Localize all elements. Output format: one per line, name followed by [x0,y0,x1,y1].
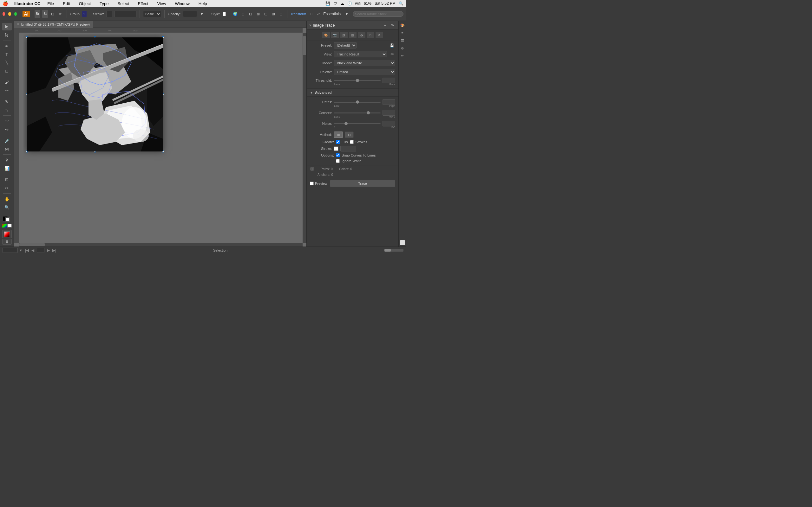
workspace-arrow[interactable]: ▼ [343,10,351,18]
artboard[interactable] [27,38,163,152]
brushes-panel-btn[interactable]: ✏ [399,53,406,59]
eyedropper-tool[interactable]: 💉 [2,137,12,145]
type-tool[interactable]: T [2,51,12,58]
tab-close-btn[interactable]: × [17,22,19,26]
transform-icon[interactable]: ? [82,11,87,17]
strokes-checkbox[interactable] [350,140,354,144]
earth-icon[interactable]: 🌍 [233,10,238,18]
scale-tool[interactable]: ⤡ [2,106,12,114]
info-icon[interactable]: i [310,167,314,171]
draw-mode-box[interactable]: ☵ [2,239,12,245]
scrollbar-horizontal[interactable] [19,243,303,246]
direct-selection-tool[interactable] [2,31,12,39]
outline-btn[interactable]: □ [366,32,374,39]
transform-label[interactable]: Transform [291,12,306,16]
menu-file[interactable]: File [45,1,56,7]
pen-tool[interactable]: ✒ [2,42,12,50]
method-abutting-btn[interactable]: ⊞ [334,131,343,138]
selection-tool[interactable] [2,23,12,31]
style-color-box[interactable] [223,12,226,16]
advanced-section-header[interactable]: ▼ Advanced [307,89,398,97]
grayscale-btn[interactable]: ▧ [349,32,357,39]
symbol-sprayer-tool[interactable]: ※ [2,156,12,164]
menu-help[interactable]: Help [197,1,209,7]
preset-save-btn[interactable]: 💾 [389,42,395,49]
nav-next-end-btn[interactable]: ▶| [52,248,56,252]
zoom-arrow[interactable]: ▼ [19,248,22,252]
preset-select[interactable]: [Default] [334,42,357,49]
panel-close-btn[interactable]: × [309,23,311,27]
draw-mode-btn[interactable]: ✏ [57,10,63,18]
menu-object[interactable]: Object [77,1,93,7]
pencil-tool[interactable]: ✏ [2,87,12,95]
symbols-panel-btn[interactable]: ⊙ [399,45,406,51]
ignore-white-checkbox[interactable] [336,159,340,163]
antivirus-icon[interactable]: 🛡 [334,1,337,6]
nav-prev-btn[interactable]: ◀ [32,248,34,252]
reset-btn[interactable]: ↺ [375,32,384,39]
expand-icon[interactable]: ⤢ [316,10,321,18]
canvas-viewport[interactable]: 100 200 300 400 500 [14,28,306,246]
properties-panel-btn[interactable]: ☰ [399,38,406,44]
status-scrollbar-h[interactable] [385,249,403,251]
stroke-color-btn[interactable] [334,147,339,151]
menu-window[interactable]: Window [173,1,192,7]
bw-btn[interactable]: ◑ [357,32,366,39]
brush-select[interactable]: Basic [143,11,161,17]
hand-tool[interactable]: ✋ [2,195,12,203]
color-mode-btn[interactable] [2,224,7,228]
snap-curves-checkbox[interactable] [336,153,340,157]
nav-prev-start-btn[interactable]: |◀ [25,248,29,252]
color-boxes[interactable] [2,215,12,222]
align3-icon[interactable]: ⊟ [278,10,284,18]
nav-next-btn[interactable]: ▶ [47,248,50,252]
align-right-icon[interactable]: ⊠ [255,10,261,18]
view-select[interactable]: Tracing Result [334,51,387,57]
color-panel-btn[interactable]: 🎨 [399,22,406,29]
opacity-arrow[interactable]: ▼ [199,10,205,18]
arrange-btn[interactable]: ⊟ [50,10,55,18]
high-color-btn[interactable]: 📷 [331,32,339,39]
menu-type[interactable]: Type [98,1,110,7]
panel-expand-btn[interactable]: ≫ [390,22,396,29]
noise-slider[interactable] [334,123,380,124]
dropbox-icon[interactable]: 💾 [325,1,330,6]
panel-menu-btn[interactable]: ≡ [382,22,388,29]
stock-btn[interactable]: St [42,10,48,18]
low-color-btn[interactable]: 🖼 [340,32,348,39]
stroke-box[interactable] [5,217,10,222]
column-graph-tool[interactable]: 📊 [2,165,12,172]
page-input[interactable]: 1 [37,248,44,253]
paintbrush-tool[interactable]: 🖌 [2,78,12,86]
warp-tool[interactable]: 〰 [2,117,12,125]
line-tool[interactable]: ╲ [2,59,12,66]
layers-panel-btn[interactable]: ≡ [399,30,406,36]
mode-select[interactable]: Black and White [334,60,395,66]
warp-icon[interactable]: ⊓ [308,10,314,18]
adobe-stock-search[interactable] [353,11,403,17]
menu-effect[interactable]: Effect [136,1,150,7]
paths-slider[interactable] [334,102,380,103]
align-center-icon[interactable]: ⊡ [248,10,253,18]
preview-checkbox[interactable] [310,181,314,185]
zoom-input[interactable]: 55.17% [3,248,18,253]
view-toggle-btn[interactable]: 👁 [389,51,395,57]
corners-slider[interactable] [334,112,380,113]
minimize-window-btn[interactable] [8,12,11,16]
slice-tool[interactable]: ✂ [2,184,12,192]
spotlight-icon[interactable]: 🔍 [399,1,403,6]
menu-view[interactable]: View [155,1,168,7]
auto-color-btn[interactable]: 🎨 [322,32,330,39]
align2-icon[interactable]: ⊞ [270,10,276,18]
scrollbar-vertical[interactable] [303,33,306,243]
stroke-width-input[interactable] [114,11,136,17]
none-mode-btn[interactable] [7,224,12,228]
method-overlapping-btn[interactable]: ⊟ [345,131,354,138]
wifi-icon[interactable]: wifi [355,1,361,6]
distribute-icon[interactable]: ⊟ [263,10,269,18]
align-left-icon[interactable]: ⊞ [240,10,246,18]
document-tab[interactable]: × Untitled-3* @ 55.17% (CMYK/GPU Preview… [14,21,93,28]
white-box-btn[interactable] [400,240,405,245]
rotate-tool[interactable]: ↻ [2,98,12,106]
scrollbar-thumb-v[interactable] [303,36,306,55]
